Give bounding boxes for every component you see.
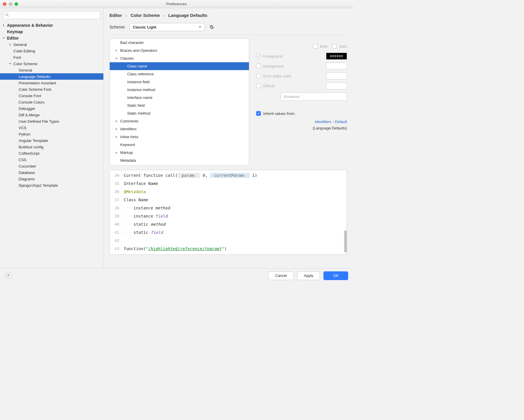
sidebar-item[interactable]: Diagrams	[0, 176, 103, 182]
window-controls	[3, 2, 18, 6]
minimize-window-button[interactable]	[9, 2, 12, 6]
background-checkbox[interactable]: Background	[256, 64, 283, 68]
breadcrumb-item[interactable]: Editor	[109, 13, 122, 18]
attribute-item[interactable]: Comments	[110, 117, 249, 125]
attribute-item[interactable]: Braces and Operators	[110, 47, 249, 54]
attribute-item[interactable]: Identifiers	[110, 125, 249, 133]
apply-button[interactable]: Apply	[297, 271, 320, 280]
sidebar-item[interactable]: VCS	[0, 124, 103, 131]
sidebar-item-label: CoffeeScript	[19, 151, 39, 156]
bold-checkbox[interactable]: Bold	[313, 44, 328, 49]
effects-checkbox[interactable]: Effects	[256, 83, 275, 88]
sidebar-item-label: VCS	[19, 126, 26, 130]
sidebar-item-label: Font	[13, 55, 21, 60]
dialog-footer: ? Cancel Apply OK	[0, 268, 353, 283]
effects-swatch[interactable]	[326, 82, 347, 89]
attribute-label: Class name	[127, 64, 147, 68]
sidebar-item[interactable]: Console Colors	[0, 99, 103, 105]
attribute-item[interactable]: Keyword	[110, 141, 249, 149]
sidebar-item-label: Color Scheme	[13, 62, 37, 66]
sidebar-item[interactable]: User-Defined File Types	[0, 118, 103, 124]
sidebar-item[interactable]: Keymap	[0, 29, 103, 35]
sidebar-item[interactable]: Color Scheme Font	[0, 86, 103, 92]
settings-tree[interactable]: Appearance & BehaviorKeymapEditorGeneral…	[0, 21, 103, 268]
chevron-right-icon	[114, 49, 118, 53]
chevron-right-icon	[114, 119, 118, 123]
breadcrumb: Editor › Color Scheme › Language Default…	[109, 13, 347, 18]
background-label: Background	[263, 64, 283, 68]
sidebar-item[interactable]: CSS	[0, 156, 103, 163]
zoom-window-button[interactable]	[15, 2, 18, 6]
effects-label: Effects	[263, 84, 275, 88]
sidebar-item[interactable]: Buildout config	[0, 144, 103, 150]
help-icon[interactable]: ?	[5, 272, 12, 279]
sidebar-item-label: Presentation Assistant	[19, 81, 56, 85]
attribute-item[interactable]: Classes	[110, 54, 249, 62]
sidebar-item[interactable]: Font	[0, 54, 103, 60]
close-window-button[interactable]	[3, 2, 6, 6]
sidebar-item[interactable]: Diff & Merge	[0, 112, 103, 118]
sidebar-item[interactable]: Presentation Assistant	[0, 80, 103, 86]
inherit-label: Inherit values from:	[263, 111, 295, 116]
effects-dropdown[interactable]: Bordered	[281, 92, 347, 101]
sidebar-item[interactable]: Angular Template	[0, 137, 103, 144]
sidebar-item-label: User-Defined File Types	[19, 119, 59, 124]
attribute-item[interactable]: Static method	[110, 109, 249, 117]
foreground-swatch[interactable]: 000000	[326, 53, 347, 60]
sidebar-item[interactable]: Cucumber	[0, 163, 103, 169]
gear-icon[interactable]	[209, 24, 215, 30]
sidebar-item[interactable]: Code Editing	[0, 48, 103, 54]
sidebar-item[interactable]: Editor	[0, 35, 103, 41]
breadcrumb-item[interactable]: Color Scheme	[130, 13, 160, 18]
scheme-dropdown[interactable]: Classic Light	[130, 23, 205, 31]
background-swatch[interactable]	[326, 63, 347, 70]
sidebar-item-label: Diagrams	[19, 177, 35, 181]
search-field[interactable]	[11, 13, 98, 17]
cancel-button[interactable]: Cancel	[268, 271, 293, 280]
sidebar-item[interactable]: Python	[0, 131, 103, 137]
sidebar-item[interactable]: Language Defaults	[0, 73, 103, 80]
attribute-item[interactable]: Inline hints	[110, 133, 249, 141]
inherit-checkbox[interactable]: Inherit values from:	[256, 111, 347, 116]
sidebar-item[interactable]: Django/Jinja2 Template	[0, 182, 103, 188]
attribute-item[interactable]: Markup	[110, 149, 249, 156]
attribute-item[interactable]: Static field	[110, 102, 249, 109]
code-preview[interactable]: 34353637383940414243 Current function ca…	[109, 170, 347, 255]
attribute-item[interactable]: Instance field	[110, 78, 249, 86]
sidebar-item-label: Buildout config	[19, 145, 43, 149]
attribute-item[interactable]: Bad character	[110, 39, 249, 47]
sidebar-item[interactable]: Appearance & Behavior	[0, 22, 103, 29]
italic-label: Italic	[339, 44, 347, 49]
error-stripe-checkbox[interactable]: Error stripe mark	[256, 74, 291, 78]
sidebar-item[interactable]: CoffeeScript	[0, 150, 103, 156]
attribute-item[interactable]: Metadata	[110, 156, 249, 164]
attribute-item[interactable]: Class reference	[110, 70, 249, 78]
preview-scrollbar[interactable]	[343, 177, 347, 255]
foreground-checkbox[interactable]: Foreground	[256, 54, 283, 58]
attribute-item[interactable]: Interface name	[110, 94, 249, 102]
attribute-label: Identifiers	[120, 127, 137, 131]
inherit-link[interactable]: Identifiers→Default	[315, 120, 347, 124]
sidebar-item[interactable]: Database	[0, 169, 103, 176]
sidebar-item-label: Database	[19, 170, 35, 175]
sidebar-item[interactable]: General	[0, 41, 103, 48]
sidebar-item-label: Console Font	[19, 94, 41, 98]
style-properties: Bold Italic Foreground 000000	[256, 38, 347, 166]
sidebar-item[interactable]: Console Font	[0, 92, 103, 99]
sidebar-item[interactable]: Debugger	[0, 105, 103, 112]
attribute-tree[interactable]: Bad characterBraces and OperatorsClasses…	[109, 38, 249, 166]
italic-checkbox[interactable]: Italic	[332, 44, 347, 49]
sidebar-item-label: Debugger	[19, 106, 35, 111]
sidebar-item-label: Django/Jinja2 Template	[19, 183, 58, 188]
sidebar-item[interactable]: General	[0, 67, 103, 73]
search-input[interactable]	[3, 11, 100, 19]
attribute-item[interactable]: Instance method	[110, 86, 249, 94]
sidebar-item[interactable]: Color Scheme	[0, 60, 103, 67]
attribute-item[interactable]: Class name	[110, 62, 249, 70]
checkbox-icon	[256, 83, 261, 88]
effects-value: Bordered	[284, 95, 299, 99]
scrollbar-thumb[interactable]	[344, 230, 347, 252]
error-stripe-swatch[interactable]	[326, 72, 347, 79]
attribute-label: Class reference	[127, 72, 154, 76]
ok-button[interactable]: OK	[323, 271, 348, 280]
